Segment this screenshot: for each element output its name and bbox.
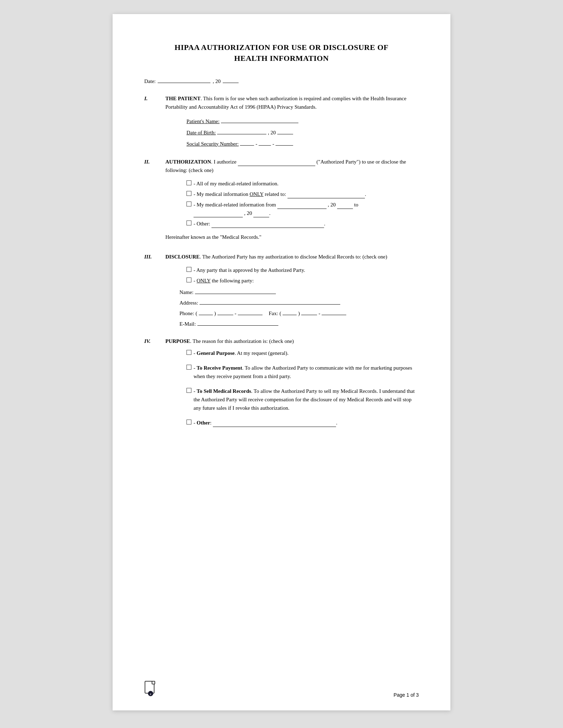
ssn-part1[interactable] bbox=[240, 139, 254, 146]
checkbox-receive-payment[interactable] bbox=[186, 365, 191, 370]
section-iii: III. DISCLOSURE. The Authorized Party ha… bbox=[144, 253, 419, 329]
ssn-part3[interactable] bbox=[276, 139, 293, 146]
section-i-content: THE PATIENT. This form is for use when s… bbox=[165, 94, 419, 150]
date-comma: , 20 bbox=[213, 78, 221, 84]
phone-prefix-field[interactable] bbox=[217, 309, 233, 315]
checkbox-only-party-label: - ONLY the following party: bbox=[194, 276, 419, 285]
patient-fields: Patient's Name: Date of Birth: , 20 Soci… bbox=[186, 116, 419, 149]
checkbox-other-ii: - Other: . bbox=[186, 219, 419, 228]
party-phone-label: Phone: bbox=[179, 308, 194, 319]
purpose-other: - Other: . bbox=[186, 419, 419, 427]
checkbox-sell-records[interactable] bbox=[186, 388, 191, 393]
checkbox-only-party: - ONLY the following party: bbox=[186, 276, 419, 285]
purpose-sell-row: - To Sell Medical Records. To allow the … bbox=[186, 387, 419, 412]
to-word: to bbox=[354, 202, 359, 207]
fax-open: ( bbox=[279, 308, 281, 319]
party-phone-row: Phone: ( ) - Fax: ( ) - bbox=[179, 308, 419, 319]
checkbox-all-medical: - All of my medical-related information. bbox=[186, 179, 419, 188]
section-iii-checkboxes: - Any party that is approved by the Auth… bbox=[186, 266, 419, 285]
checkbox-only-party-box[interactable] bbox=[186, 277, 191, 282]
ssn-row: Social Security Number: - - bbox=[186, 139, 419, 149]
section-ii-num: II. bbox=[144, 158, 165, 245]
purpose-other-row: - Other: . bbox=[186, 419, 419, 427]
checkbox-all-medical-box[interactable] bbox=[186, 180, 191, 185]
other-ii-field[interactable] bbox=[211, 222, 324, 228]
checkbox-other-ii-box[interactable] bbox=[186, 221, 191, 225]
document-page: I. HIPAA AUTHORIZATION FOR USE OR DISCLO… bbox=[113, 14, 450, 710]
section-iii-text: DISCLOSURE. The Authorized Party has my … bbox=[165, 253, 419, 261]
dob-row: Date of Birth: , 20 bbox=[186, 127, 419, 138]
purpose-general-row: - General Purpose. At my request (genera… bbox=[186, 349, 419, 357]
checkbox-only-related-box[interactable] bbox=[186, 191, 191, 196]
checkbox-from-date-box[interactable] bbox=[186, 202, 191, 206]
section-i: I. THE PATIENT. This form is for use whe… bbox=[144, 94, 419, 150]
fax-number-field[interactable] bbox=[322, 309, 346, 315]
from-year-field[interactable] bbox=[337, 203, 353, 209]
party-name-field[interactable] bbox=[195, 288, 276, 294]
checkbox-other-purpose[interactable] bbox=[186, 420, 191, 424]
ssn-part2[interactable] bbox=[259, 139, 271, 146]
dob-label: Date of Birth: bbox=[186, 127, 216, 138]
ssn-dash2: - bbox=[272, 139, 274, 149]
phone-open: ( bbox=[196, 308, 197, 319]
from-date-field[interactable] bbox=[277, 203, 327, 209]
section-iii-num: III. bbox=[144, 253, 165, 329]
section-i-text: THE PATIENT. This form is for use when s… bbox=[165, 94, 419, 111]
to-year-field[interactable] bbox=[253, 211, 269, 217]
ssn-label: Social Security Number: bbox=[186, 139, 239, 149]
checkbox-from-date-label: - My medical-related information from , … bbox=[194, 200, 419, 217]
checkbox-general-purpose[interactable] bbox=[186, 350, 191, 355]
ssn-dash1: - bbox=[255, 139, 257, 149]
section-ii: II. AUTHORIZATION. I authorize ("Authori… bbox=[144, 158, 419, 245]
section-i-num: I. bbox=[144, 94, 165, 150]
footer-logo: e bbox=[144, 681, 157, 698]
checkbox-all-medical-label: - All of my medical-related information. bbox=[194, 179, 419, 188]
fax-prefix-field[interactable] bbox=[301, 309, 317, 315]
authorized-party-field[interactable] bbox=[238, 160, 315, 166]
section-iv-num: IV. bbox=[144, 337, 165, 433]
section-iv: IV. PURPOSE. The reason for this authori… bbox=[144, 337, 419, 433]
checkbox-any-party-box[interactable] bbox=[186, 267, 191, 272]
fax-dash: - bbox=[318, 308, 320, 319]
patient-name-row: Patient's Name: bbox=[186, 116, 419, 127]
only-related-field[interactable] bbox=[287, 192, 365, 198]
purpose-receive-payment: - To Receive Payment. To allow the Autho… bbox=[186, 364, 419, 381]
document-icon: e bbox=[144, 681, 157, 696]
dob-year-field[interactable] bbox=[277, 128, 293, 134]
only-text: ONLY bbox=[249, 191, 264, 197]
patient-name-field[interactable] bbox=[221, 117, 298, 123]
hereinafter-text: Hereinafter known as the "Medical Record… bbox=[165, 233, 419, 241]
section-iv-content: PURPOSE. The reason for this authorizati… bbox=[165, 337, 419, 433]
purpose-payment-row: - To Receive Payment. To allow the Autho… bbox=[186, 364, 419, 381]
other-purpose-field[interactable] bbox=[213, 421, 336, 427]
party-name-row: Name: bbox=[179, 287, 419, 298]
section-ii-checkboxes: - All of my medical-related information.… bbox=[186, 179, 419, 228]
phone-dash: - bbox=[235, 308, 236, 319]
section-ii-content: AUTHORIZATION. I authorize ("Authorized … bbox=[165, 158, 419, 245]
checkbox-from-date: - My medical-related information from , … bbox=[186, 200, 419, 217]
party-address-label: Address: bbox=[179, 298, 198, 308]
date-field[interactable] bbox=[158, 77, 210, 83]
svg-rect-1 bbox=[152, 681, 155, 684]
svg-text:e: e bbox=[150, 692, 151, 696]
patient-name-label: Patient's Name: bbox=[186, 116, 220, 127]
phone-number-field[interactable] bbox=[238, 309, 262, 315]
checkbox-only-related: - My medical information ONLY related to… bbox=[186, 190, 419, 198]
only-party-text: ONLY bbox=[197, 278, 211, 283]
party-email-row: E-Mail: bbox=[179, 319, 419, 329]
page-number: Page 1 of 3 bbox=[393, 692, 419, 698]
phone-area-field[interactable] bbox=[199, 309, 213, 315]
purpose-general: - General Purpose. At my request (genera… bbox=[186, 349, 419, 357]
purpose-sell-records: - To Sell Medical Records. To allow the … bbox=[186, 387, 419, 412]
party-email-field[interactable] bbox=[197, 319, 278, 326]
fax-close: ) bbox=[298, 308, 300, 319]
year-field[interactable] bbox=[223, 77, 239, 83]
page-footer: e Page 1 of 3 bbox=[113, 681, 450, 698]
fax-area-field[interactable] bbox=[283, 309, 297, 315]
date-line: Date: , 20 bbox=[144, 77, 419, 84]
to-date-field[interactable] bbox=[194, 211, 243, 217]
party-address-field[interactable] bbox=[200, 298, 340, 305]
date-label: Date: bbox=[144, 78, 156, 84]
section-iii-content: DISCLOSURE. The Authorized Party has my … bbox=[165, 253, 419, 329]
dob-field[interactable] bbox=[217, 128, 266, 134]
